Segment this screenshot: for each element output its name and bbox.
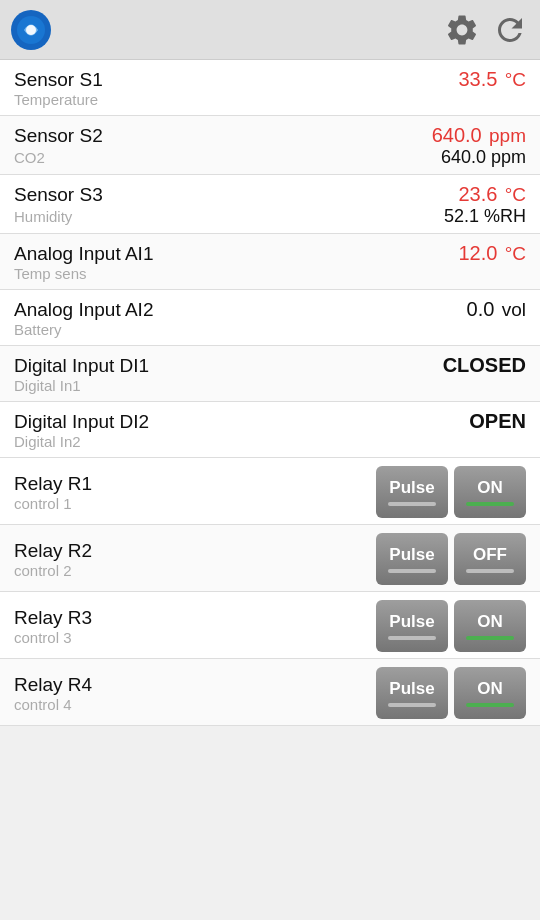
state-label: ON [477, 478, 503, 498]
sensor-subvalue: 640.0 ppm [441, 147, 526, 168]
relay-pulse-button[interactable]: Pulse [376, 533, 448, 585]
relay-label: Relay R1 [14, 473, 92, 495]
sensor-row-top: Analog Input AI2 0.0 vol [14, 298, 526, 321]
sensor-subrow: Humidity 52.1 %RH [14, 206, 526, 227]
relay-row-3: Relay R3 control 3 Pulse ON [0, 592, 540, 659]
relay-row-2: Relay R2 control 2 Pulse OFF [0, 525, 540, 592]
relay-buttons: Pulse OFF [376, 533, 526, 585]
relay-label: Relay R3 [14, 607, 92, 629]
refresh-button[interactable] [490, 10, 530, 50]
state-bar [466, 636, 514, 640]
state-bar [466, 569, 514, 573]
app-logo [10, 9, 52, 51]
state-label: OFF [473, 545, 507, 565]
sensor-row-7: Digital Input DI2 OPEN Digital In2 [0, 402, 540, 458]
relay-pulse-button[interactable]: Pulse [376, 466, 448, 518]
sensor-subrow: CO2 640.0 ppm [14, 147, 526, 168]
pulse-bar [388, 703, 436, 707]
state-label: ON [477, 679, 503, 699]
sensor-value: 33.5 °C [458, 68, 526, 91]
relay-state-button[interactable]: ON [454, 600, 526, 652]
relay-state-button[interactable]: ON [454, 667, 526, 719]
state-label: ON [477, 612, 503, 632]
sensor-value: 0.0 vol [467, 298, 526, 321]
pulse-label: Pulse [389, 679, 434, 699]
refresh-icon [492, 12, 528, 48]
pulse-label: Pulse [389, 612, 434, 632]
sensor-row-6: Digital Input DI1 CLOSED Digital In1 [0, 346, 540, 402]
sensor-subvalue: 52.1 %RH [444, 206, 526, 227]
relay-buttons: Pulse ON [376, 667, 526, 719]
sensor-sublabel: Humidity [14, 208, 72, 225]
pulse-bar [388, 502, 436, 506]
app-header [0, 0, 540, 60]
sensor-row-3: Sensor S3 23.6 °C Humidity 52.1 %RH [0, 175, 540, 234]
relay-state-button[interactable]: ON [454, 466, 526, 518]
sensor-row-top: Sensor S3 23.6 °C [14, 183, 526, 206]
sensor-value: 640.0 ppm [432, 124, 526, 147]
pulse-bar [388, 636, 436, 640]
sensor-sublabel: Digital In1 [14, 377, 81, 394]
sensor-subrow: Digital In2 [14, 433, 526, 451]
sensor-label: Sensor S1 [14, 69, 103, 91]
relay-row-top: Relay R3 control 3 Pulse ON [14, 600, 526, 652]
relay-buttons: Pulse ON [376, 466, 526, 518]
relay-info: Relay R1 control 1 [14, 473, 92, 512]
sensor-subrow: Temperature [14, 91, 526, 109]
settings-button[interactable] [442, 10, 482, 50]
sensor-subrow: Battery [14, 321, 526, 339]
sensor-row-1: Sensor S1 33.5 °C Temperature [0, 60, 540, 116]
relay-state-button[interactable]: OFF [454, 533, 526, 585]
sensor-subrow: Digital In1 [14, 377, 526, 395]
relay-label: Relay R2 [14, 540, 92, 562]
sensor-row-top: Sensor S1 33.5 °C [14, 68, 526, 91]
relay-row-top: Relay R2 control 2 Pulse OFF [14, 533, 526, 585]
relay-pulse-button[interactable]: Pulse [376, 600, 448, 652]
sensor-row-2: Sensor S2 640.0 ppm CO2 640.0 ppm [0, 116, 540, 175]
sensor-value: CLOSED [443, 354, 526, 377]
svg-point-2 [26, 25, 36, 35]
relay-sublabel: control 4 [14, 696, 92, 713]
sensor-label: Digital Input DI1 [14, 355, 149, 377]
state-bar [466, 502, 514, 506]
relay-list: Relay R1 control 1 Pulse ON Relay R2 con… [0, 458, 540, 726]
sensor-sublabel: Digital In2 [14, 433, 81, 450]
relay-pulse-button[interactable]: Pulse [376, 667, 448, 719]
relay-label: Relay R4 [14, 674, 92, 696]
relay-info: Relay R4 control 4 [14, 674, 92, 713]
pulse-label: Pulse [389, 478, 434, 498]
sensor-value: OPEN [469, 410, 526, 433]
sensor-list: Sensor S1 33.5 °C Temperature Sensor S2 … [0, 60, 540, 458]
sensor-label: Sensor S2 [14, 125, 103, 147]
sensor-sublabel: Battery [14, 321, 62, 338]
relay-info: Relay R3 control 3 [14, 607, 92, 646]
relay-sublabel: control 3 [14, 629, 92, 646]
relay-row-1: Relay R1 control 1 Pulse ON [0, 458, 540, 525]
sensor-label: Sensor S3 [14, 184, 103, 206]
sensor-value: 23.6 °C [458, 183, 526, 206]
sensor-label: Digital Input DI2 [14, 411, 149, 433]
sensor-row-top: Digital Input DI2 OPEN [14, 410, 526, 433]
sensor-label: Analog Input AI2 [14, 299, 153, 321]
relay-info: Relay R2 control 2 [14, 540, 92, 579]
sensor-row-top: Analog Input AI1 12.0 °C [14, 242, 526, 265]
sensor-row-top: Digital Input DI1 CLOSED [14, 354, 526, 377]
sensor-value: 12.0 °C [458, 242, 526, 265]
relay-row-top: Relay R4 control 4 Pulse ON [14, 667, 526, 719]
relay-buttons: Pulse ON [376, 600, 526, 652]
sensor-sublabel: CO2 [14, 149, 45, 166]
relay-row-top: Relay R1 control 1 Pulse ON [14, 466, 526, 518]
relay-sublabel: control 1 [14, 495, 92, 512]
sensor-sublabel: Temp sens [14, 265, 87, 282]
pulse-bar [388, 569, 436, 573]
relay-sublabel: control 2 [14, 562, 92, 579]
sensor-row-4: Analog Input AI1 12.0 °C Temp sens [0, 234, 540, 290]
sensor-row-top: Sensor S2 640.0 ppm [14, 124, 526, 147]
sensor-label: Analog Input AI1 [14, 243, 153, 265]
sensor-row-5: Analog Input AI2 0.0 vol Battery [0, 290, 540, 346]
state-bar [466, 703, 514, 707]
pulse-label: Pulse [389, 545, 434, 565]
gear-icon [444, 12, 480, 48]
sensor-subrow: Temp sens [14, 265, 526, 283]
relay-row-4: Relay R4 control 4 Pulse ON [0, 659, 540, 726]
